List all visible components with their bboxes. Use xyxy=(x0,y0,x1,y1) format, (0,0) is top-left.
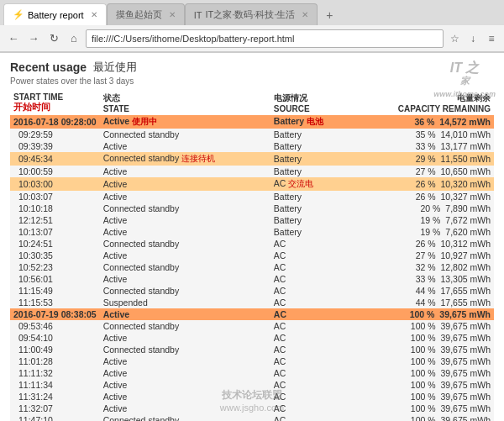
table-row: 09:45:34Connected standby 连接待机Battery29 … xyxy=(10,152,494,166)
col-header-state: 状态 STATE xyxy=(100,91,270,115)
tab-battery-report[interactable]: ⚡ Battery report ✕ xyxy=(3,3,107,25)
cell-capacity: 32 % 12,802 mWh xyxy=(351,261,494,273)
download-icon[interactable]: ↓ xyxy=(465,31,480,46)
tab-close-btn[interactable]: ✕ xyxy=(169,10,176,19)
cell-source: AC xyxy=(270,414,351,421)
table-row: 10:30:35ActiveAC27 % 10,927 mWh xyxy=(10,250,494,261)
tab-close-btn[interactable]: ✕ xyxy=(302,10,308,19)
cell-start: 10:03:00 xyxy=(10,177,100,191)
table-row: 11:31:24ActiveAC100 % 39,675 mWh xyxy=(10,391,494,403)
cell-start: 10:56:01 xyxy=(10,273,100,285)
time-value: 09:28:00 xyxy=(61,117,97,127)
tab-favicon: ⚡ xyxy=(13,9,24,20)
time-value: 10:03:00 xyxy=(13,179,53,189)
capacity-pct: 100 % xyxy=(411,403,436,413)
capacity-pct: 33 % xyxy=(416,141,436,151)
cell-state: Connected standby xyxy=(100,129,270,140)
col-cap-cn: 电量剩余 xyxy=(457,93,491,103)
cell-capacity: 35 % 14,010 mWh xyxy=(351,129,494,140)
capacity-remaining: 39,675 mWh xyxy=(440,415,491,421)
tab-close-btn[interactable]: ✕ xyxy=(91,10,97,19)
cell-source: AC xyxy=(270,285,351,297)
capacity-remaining: 7,620 mWh xyxy=(445,227,491,237)
date-value: 2016-07-18 xyxy=(13,117,59,127)
section-header: Recent usage 最近使用 xyxy=(10,60,494,75)
cell-source: Battery xyxy=(270,152,351,166)
cell-capacity: 100 % 39,675 mWh xyxy=(351,320,494,332)
capacity-remaining: 39,675 mWh xyxy=(440,333,491,343)
capacity-remaining: 39,675 mWh xyxy=(440,356,491,366)
cell-capacity: 100 % 39,675 mWh xyxy=(351,367,494,379)
capacity-pct: 26 % xyxy=(416,179,436,189)
cell-capacity: 36 % 14,572 mWh xyxy=(351,115,494,129)
cell-start: 10:03:07 xyxy=(10,191,100,203)
table-row: 10:24:51Connected standbyAC26 % 10,312 m… xyxy=(10,238,494,250)
tab-moyu[interactable]: 摸鱼起始页 ✕ xyxy=(107,3,185,25)
section-title-en: Recent usage xyxy=(10,61,87,74)
cell-capacity: 100 % 39,675 mWh xyxy=(351,344,494,355)
capacity-pct: 27 % xyxy=(416,250,436,260)
cell-source: AC xyxy=(270,332,351,344)
capacity-pct: 19 % xyxy=(421,227,441,237)
time-value: 10:03:07 xyxy=(13,192,53,202)
cell-state: Connected standby 连接待机 xyxy=(100,152,270,166)
nav-bar: ← → ↻ ⌂ ☆ ↓ ≡ xyxy=(0,25,504,52)
settings-icon[interactable]: ≡ xyxy=(484,31,499,46)
cell-state: Active xyxy=(100,273,270,285)
bookmark-star-icon[interactable]: ☆ xyxy=(447,31,462,46)
table-row: 11:00:49Connected standbyAC100 % 39,675 … xyxy=(10,344,494,355)
cell-state: Active xyxy=(100,191,270,203)
col-source-cn: 电源情况 xyxy=(274,93,307,103)
time-value: 11:11:32 xyxy=(13,368,53,378)
cell-state: Connected standby xyxy=(100,320,270,332)
capacity-remaining: 10,927 mWh xyxy=(440,250,491,260)
cell-state: Connected standby xyxy=(100,203,270,214)
table-body: 2016-07-18 09:28:00Active 使用中Battery 电池3… xyxy=(10,115,494,421)
cell-start: 11:01:28 xyxy=(10,355,100,367)
page-content: IT 之 家 www.ithome.com Recent usage 最近使用 … xyxy=(0,53,504,421)
table-row: 09:53:46Connected standbyAC100 % 39,675 … xyxy=(10,320,494,332)
home-button[interactable]: ⌂ xyxy=(66,30,82,47)
cell-start: 09:45:34 xyxy=(10,152,100,166)
capacity-pct: 100 % xyxy=(411,321,436,331)
table-row: 10:10:18Connected standbyBattery20 % 7,8… xyxy=(10,203,494,214)
cell-capacity: 100 % 39,675 mWh xyxy=(351,355,494,367)
refresh-button[interactable]: ↻ xyxy=(45,30,62,47)
cell-start: 10:10:18 xyxy=(10,203,100,214)
new-tab-button[interactable]: + xyxy=(321,7,338,24)
cell-start: 10:13:07 xyxy=(10,226,100,238)
cell-start: 12:12:51 xyxy=(10,214,100,226)
table-row: 11:01:28ActiveAC100 % 39,675 mWh xyxy=(10,355,494,367)
tab-ithome[interactable]: IT IT之家·数码·科技·生活 ✕ xyxy=(185,3,318,25)
forward-button[interactable]: → xyxy=(25,30,42,47)
address-bar[interactable] xyxy=(86,29,444,48)
table-row: 11:11:34ActiveAC100 % 39,675 mWh xyxy=(10,379,494,391)
time-value: 10:24:51 xyxy=(13,239,53,249)
time-value: 11:15:53 xyxy=(13,297,53,308)
cell-source: AC xyxy=(270,297,351,308)
time-value: 10:56:01 xyxy=(13,274,53,284)
table-row: 09:39:39ActiveBattery33 % 13,177 mWh xyxy=(10,140,494,152)
cell-capacity: 100 % 39,675 mWh xyxy=(351,332,494,344)
cell-start: 11:11:34 xyxy=(10,379,100,391)
capacity-remaining: 39,675 mWh xyxy=(440,345,491,355)
state-cn: 连接待机 xyxy=(181,154,215,163)
capacity-remaining: 10,320 mWh xyxy=(440,179,491,189)
cell-state: Active xyxy=(100,140,270,152)
back-button[interactable]: ← xyxy=(5,30,22,47)
capacity-pct: 33 % xyxy=(416,274,436,284)
capacity-remaining: 39,675 mWh xyxy=(440,321,491,331)
cell-source: Battery xyxy=(270,166,351,177)
section-subtitle: Power states over the last 3 days xyxy=(10,76,494,86)
capacity-pct: 36 % xyxy=(415,117,435,127)
time-value: 11:01:28 xyxy=(13,356,53,366)
cell-start: 2016-07-19 08:38:05 xyxy=(10,308,100,320)
cell-source: Battery xyxy=(270,203,351,214)
capacity-remaining: 10,650 mWh xyxy=(440,166,491,176)
cell-state: Active xyxy=(100,177,270,191)
tab-label: IT之家·数码·科技·生活 xyxy=(205,8,295,21)
capacity-remaining: 12,802 mWh xyxy=(440,262,491,272)
col-header-capacity: 电量剩余 CAPACITY REMAINING xyxy=(351,91,494,115)
capacity-remaining: 10,312 mWh xyxy=(440,239,491,249)
capacity-remaining: 7,672 mWh xyxy=(445,215,491,225)
